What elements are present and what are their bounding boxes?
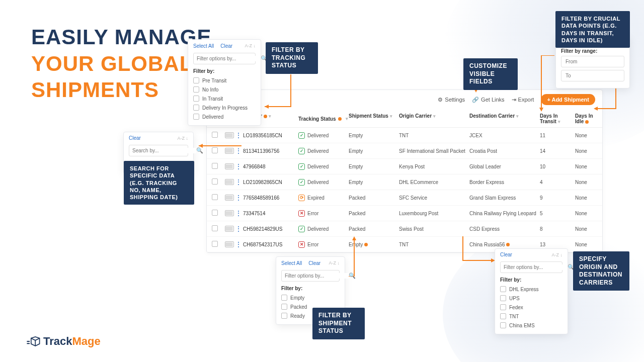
status-icon: ✓ xyxy=(298,179,305,186)
clear-link[interactable]: Clear xyxy=(220,43,232,49)
arrow-tracking xyxy=(261,74,306,115)
table-row[interactable]: ⋮ 47966848 ✓Delivered Empty Kenya Post G… xyxy=(207,159,602,174)
settings-button[interactable]: ⚙ Settings xyxy=(438,97,465,103)
origin-carrier: SFC Service xyxy=(399,195,469,201)
destination-carrier: Grand Slam Express xyxy=(469,195,540,201)
callout-carriers: Specify Origin and Destination Carriers xyxy=(573,251,629,291)
filter-options-input[interactable] xyxy=(197,56,261,61)
row-checkbox[interactable] xyxy=(212,178,218,185)
get-links-button[interactable]: 🔗 Get Links xyxy=(472,97,504,103)
checkbox[interactable] xyxy=(500,286,506,292)
clear-link[interactable]: Clear xyxy=(500,252,512,257)
col-idle-header[interactable]: Days In Idle xyxy=(575,113,593,124)
link-icon: 🔗 xyxy=(472,97,479,103)
filter-by-label: Filter by: xyxy=(500,277,562,283)
select-all-link[interactable]: Select All xyxy=(281,260,302,266)
checkbox[interactable] xyxy=(281,313,287,319)
shipment-status: Packed xyxy=(349,195,399,201)
days-in-transit: 8 xyxy=(540,226,575,232)
checkbox[interactable] xyxy=(500,313,506,319)
row-menu-icon[interactable]: ⋮ xyxy=(235,195,243,200)
row-checkbox[interactable] xyxy=(212,225,218,231)
shipment-status: Empty xyxy=(349,164,399,169)
clear-link[interactable]: Clear xyxy=(129,135,141,141)
tracking-status: Error xyxy=(307,242,318,247)
table-row[interactable]: ⋮ CH598214829US ✓Delivered Packed Swiss … xyxy=(207,221,602,237)
option-label: Delivery In Progress xyxy=(202,105,248,111)
barcode-icon xyxy=(225,195,234,201)
barcode-icon xyxy=(225,163,234,169)
svg-marker-2 xyxy=(265,105,269,109)
row-menu-icon[interactable]: ⋮ xyxy=(235,226,243,231)
status-icon: ⟳ xyxy=(298,195,305,201)
range-to-input[interactable] xyxy=(561,70,624,81)
tracking-number: 8113411396756 xyxy=(243,148,298,154)
status-icon: ✓ xyxy=(298,132,305,139)
checkbox[interactable] xyxy=(193,105,199,111)
carrier-filter-popover: Clear A-Z ↓ 🔍 Filter by: DHL ExpressUPSF… xyxy=(495,248,568,334)
hero-line-3: SHIPMENTS xyxy=(31,78,159,102)
filter-options-input[interactable] xyxy=(285,273,349,279)
gear-icon: ⚙ xyxy=(438,97,443,103)
checkbox[interactable] xyxy=(193,114,199,120)
table-row[interactable]: ⋮ 7765848589166 ⟳Expired Packed SFC Serv… xyxy=(207,190,602,206)
option-label: TNT xyxy=(509,314,519,319)
row-checkbox[interactable] xyxy=(212,210,218,216)
select-all-link[interactable]: Select All xyxy=(193,43,214,49)
option-label: No Info xyxy=(202,87,218,93)
sort-az[interactable]: A-Z ↓ xyxy=(245,43,256,48)
table-row[interactable]: ⋮ 8113411396756 ✓Delivered Empty SF Inte… xyxy=(207,143,602,159)
status-icon: ✕ xyxy=(298,210,305,217)
row-checkbox[interactable] xyxy=(212,241,218,247)
row-checkbox[interactable] xyxy=(212,163,218,169)
table-row[interactable]: ⋮ 73347514 ✕Error Packed Luxembourg Post… xyxy=(207,206,602,221)
row-menu-icon[interactable]: ⋮ xyxy=(235,211,243,216)
checkbox[interactable] xyxy=(500,322,506,328)
range-from-input[interactable] xyxy=(561,56,624,67)
checkbox[interactable] xyxy=(500,304,506,310)
row-menu-icon[interactable]: ⋮ xyxy=(235,242,243,247)
sort-az[interactable]: A-Z ↓ xyxy=(552,252,563,257)
days-in-idle: None xyxy=(575,179,600,185)
col-tracking-header[interactable]: Tracking Status xyxy=(298,116,336,122)
arrow-range xyxy=(539,55,557,113)
row-checkbox[interactable] xyxy=(212,194,218,200)
export-button[interactable]: ⇥ Export xyxy=(512,97,534,103)
days-in-transit: 4 xyxy=(540,179,575,185)
destination-carrier: Croatia Post xyxy=(469,148,540,154)
col-dest-header[interactable]: Destination Carrier xyxy=(469,113,515,119)
table-row[interactable]: ⋮ LO189356185CN ✓Delivered Empty TNT JCE… xyxy=(207,128,602,143)
logo-text-mage: Mage xyxy=(72,335,101,347)
tracking-status: Error xyxy=(307,211,318,216)
status-icon: ✕ xyxy=(298,241,305,248)
days-in-transit: 10 xyxy=(540,164,575,169)
filter-options-input[interactable] xyxy=(504,264,568,270)
clear-link[interactable]: Clear xyxy=(308,260,320,266)
row-menu-icon[interactable]: ⋮ xyxy=(235,133,243,138)
origin-carrier: Swiss Post xyxy=(399,226,469,232)
row-menu-icon[interactable]: ⋮ xyxy=(235,179,243,185)
search-input[interactable] xyxy=(132,148,196,153)
tracking-status: Expired xyxy=(307,195,325,201)
col-origin-header[interactable]: Origin Carrier xyxy=(399,113,432,119)
search-icon: 🔍 xyxy=(349,273,356,279)
shipment-status: Packed xyxy=(349,211,399,216)
sort-az[interactable]: A-Z ↓ xyxy=(178,136,189,141)
origin-carrier: SF International Small Packet xyxy=(399,148,469,154)
checkbox[interactable] xyxy=(500,295,506,301)
option-label: Ready xyxy=(290,313,305,319)
destination-carrier: China Railway Flying Leopard xyxy=(469,211,540,216)
col-days-header[interactable]: Days In Transit xyxy=(540,113,558,124)
days-in-transit: 9 xyxy=(540,195,575,201)
sort-az[interactable]: A-Z ↓ xyxy=(329,260,340,265)
row-checkbox[interactable] xyxy=(212,132,218,138)
checkbox[interactable] xyxy=(193,77,199,83)
row-menu-icon[interactable]: ⋮ xyxy=(235,164,243,169)
checkbox[interactable] xyxy=(281,295,287,301)
table-row[interactable]: ⋮ LO210982865CN ✓Delivered Empty DHL ECo… xyxy=(207,174,602,190)
checkbox[interactable] xyxy=(193,96,199,102)
search-icon: 🔍 xyxy=(196,147,203,154)
checkbox[interactable] xyxy=(281,304,287,310)
col-shipment-header[interactable]: Shipment Status xyxy=(349,113,388,119)
checkbox[interactable] xyxy=(193,86,199,93)
